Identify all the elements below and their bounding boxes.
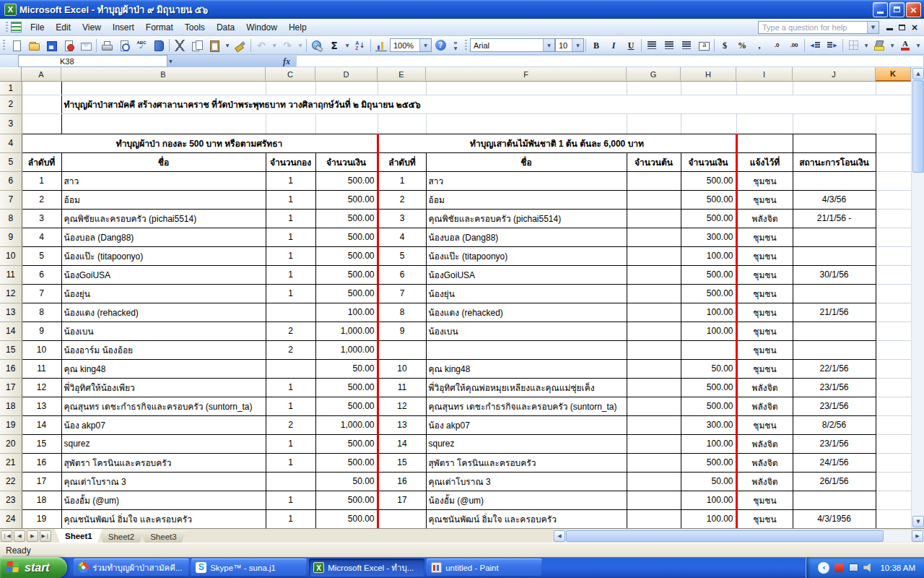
cell[interactable]: 1,000.00 <box>315 415 378 434</box>
column-label[interactable]: จำนวนเงิน <box>315 152 378 171</box>
cell[interactable] <box>876 228 911 246</box>
fill-color-button[interactable] <box>871 37 888 53</box>
name-box[interactable]: K38 <box>18 55 167 67</box>
cell[interactable]: 13 <box>378 415 426 434</box>
row-header-4[interactable]: 4 <box>0 134 22 152</box>
name-box-dropdown-icon[interactable]: ▼ <box>169 59 179 64</box>
cell[interactable]: ชุมชน <box>736 228 793 246</box>
scroll-left-icon[interactable]: ◀ <box>554 530 565 542</box>
cell[interactable]: 21/1/56 - <box>793 209 876 228</box>
decrease-indent-button[interactable]: ◀ <box>806 37 824 53</box>
undo-dropdown-icon[interactable]: ▼ <box>270 38 279 53</box>
cell[interactable]: คุณเต่าโบราณ 3 <box>61 472 266 491</box>
cell[interactable]: น้องยุ่น <box>426 284 627 303</box>
cell[interactable] <box>681 113 736 134</box>
cell[interactable]: squrez <box>426 434 627 453</box>
cell[interactable]: 50.00 <box>315 472 378 491</box>
cell[interactable]: 500.00 <box>315 246 378 265</box>
column-label[interactable]: ชื่อ <box>61 152 266 171</box>
column-header-D[interactable]: D <box>315 67 378 82</box>
cell[interactable] <box>627 434 681 453</box>
cell[interactable] <box>876 415 911 434</box>
column-header-C[interactable]: C <box>266 67 315 82</box>
cell[interactable]: 50.00 <box>681 472 736 491</box>
cell[interactable]: 4 <box>378 228 426 246</box>
increase-decimal-button[interactable]: .0 <box>768 37 785 53</box>
cell[interactable]: 500.00 <box>681 284 736 303</box>
cell[interactable] <box>627 209 681 228</box>
cell[interactable]: ชุมชน <box>736 509 793 528</box>
cell[interactable] <box>61 113 266 134</box>
cell[interactable]: 500.00 <box>681 190 736 209</box>
cell[interactable]: 1,000.00 <box>315 340 378 359</box>
tray-volume-icon[interactable] <box>863 564 873 572</box>
row-header-16[interactable]: 16 <box>0 359 22 378</box>
cell[interactable]: 8/2/56 <box>793 415 876 434</box>
cell[interactable]: 9 <box>378 322 426 340</box>
cell[interactable]: 50.00 <box>315 359 378 378</box>
undo-button[interactable]: ↶ <box>253 37 270 53</box>
cell[interactable]: 500.00 <box>315 509 378 528</box>
cell[interactable] <box>627 228 681 246</box>
cell[interactable]: 23/1/56 <box>793 378 876 397</box>
column-label[interactable]: จำนวนเงิน <box>681 152 736 171</box>
help-question-box[interactable]: Type a question for help ▼ <box>758 21 879 34</box>
cell[interactable]: 10 <box>22 340 61 359</box>
align-right-button[interactable] <box>678 37 695 53</box>
cell[interactable]: 500.00 <box>315 397 378 415</box>
borders-button[interactable] <box>845 37 862 53</box>
cell[interactable] <box>793 134 876 152</box>
cell[interactable]: 1 <box>266 284 315 303</box>
cell[interactable]: 15 <box>378 453 426 472</box>
cell[interactable]: 500.00 <box>315 434 378 453</box>
cell[interactable]: 1 <box>266 171 315 190</box>
cell[interactable] <box>426 113 627 134</box>
cell[interactable]: น้องแดง (rehacked) <box>426 303 627 322</box>
cell[interactable]: 16 <box>22 453 61 472</box>
sheet-tab-sheet1[interactable]: Sheet1 <box>55 529 103 543</box>
cell[interactable] <box>876 472 911 491</box>
cell[interactable] <box>627 265 681 284</box>
cell[interactable]: พลังจิต <box>736 472 793 491</box>
column-label[interactable]: ชื่อ <box>426 152 627 171</box>
cell[interactable]: 100.00 <box>681 246 736 265</box>
new-button[interactable] <box>8 37 25 53</box>
cell[interactable]: 500.00 <box>681 453 736 472</box>
cell[interactable] <box>627 378 681 397</box>
column-header-H[interactable]: H <box>681 67 736 82</box>
cell[interactable]: น้อง akp07 <box>426 415 627 434</box>
cell[interactable]: 23/1/56 <box>793 434 876 453</box>
cell[interactable] <box>378 113 426 134</box>
redo-button[interactable]: ↷ <box>279 37 296 53</box>
column-header-G[interactable]: G <box>627 67 681 82</box>
taskbar-task-excel[interactable]: XMicrosoft Excel - ทำบุ... <box>309 558 424 577</box>
cell[interactable]: 500.00 <box>315 491 378 509</box>
toolbar-drag-handle[interactable] <box>465 40 467 51</box>
tab-scroll-left-icon[interactable]: ◀ <box>14 530 25 542</box>
cell[interactable]: น้องบอล (Dang88) <box>61 228 266 246</box>
toolbar-drag-handle[interactable] <box>6 22 8 33</box>
sheet-title[interactable]: ทำบุญผ้าป่าสามัคคี สร้างศาลานาคราช ที่วั… <box>61 95 911 113</box>
increase-indent-button[interactable]: ▶ <box>824 37 841 53</box>
cell[interactable]: 500.00 <box>315 209 378 228</box>
cell[interactable]: 500.00 <box>681 265 736 284</box>
cell[interactable] <box>876 152 911 171</box>
cell[interactable]: squrez <box>61 434 266 453</box>
column-label[interactable]: จำนวนกอง <box>266 152 315 171</box>
cell[interactable]: 23/1/56 <box>793 397 876 415</box>
tab-scroll-first-icon[interactable]: ❘◀ <box>1 530 12 542</box>
menu-window[interactable]: Window <box>240 20 283 35</box>
row-header-3[interactable]: 3 <box>0 113 22 134</box>
tray-collapse-chevron-icon[interactable]: ‹ <box>818 562 829 574</box>
menu-format[interactable]: Format <box>140 20 179 35</box>
cell[interactable] <box>627 284 681 303</box>
cell[interactable] <box>266 359 315 378</box>
row-header-11[interactable]: 11 <box>0 265 22 284</box>
cell[interactable]: 1 <box>266 453 315 472</box>
currency-button[interactable]: $ <box>716 37 733 53</box>
cell[interactable]: 17 <box>378 491 426 509</box>
cell[interactable] <box>876 340 911 359</box>
cell[interactable] <box>627 171 681 190</box>
column-header-F[interactable]: F <box>426 67 627 82</box>
cell[interactable] <box>736 113 793 134</box>
